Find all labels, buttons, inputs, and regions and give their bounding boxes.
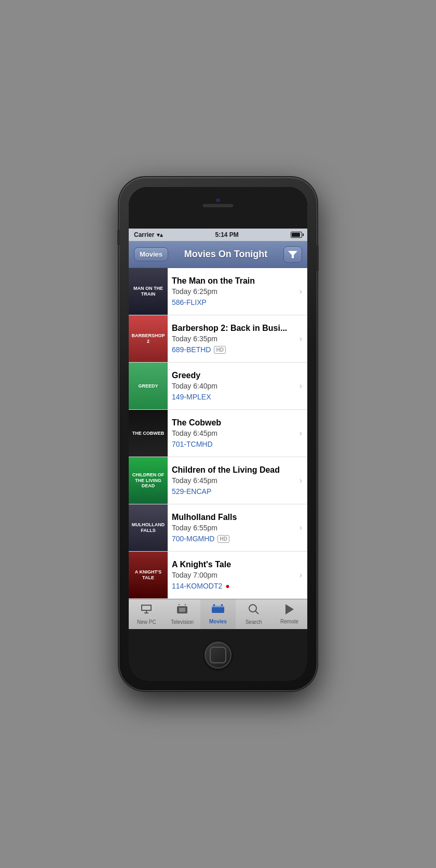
phone-screen: Carrier ▾▴ 5:14 PM Movies Movies On Toni…	[129, 187, 307, 681]
movie-poster: A KNIGHT'S TALE	[129, 552, 168, 598]
movie-item[interactable]: GREEDY Greedy Today 6:40pm 149-MPLEX ›	[129, 363, 307, 410]
movie-channel: 700-MGMHD	[172, 535, 214, 543]
movie-poster: BARBERSHOP 2	[129, 315, 168, 362]
chevron-area: ›	[294, 410, 307, 457]
movie-info: The Man on the Train Today 6:25pm 586-FL…	[168, 268, 294, 315]
svg-line-3	[185, 604, 186, 605]
movie-item[interactable]: BARBERSHOP 2 Barbershop 2: Back in Busi.…	[129, 315, 307, 363]
chevron-icon: ›	[299, 570, 302, 580]
movie-info: The Cobweb Today 6:45pm 701-TCMHD	[168, 410, 294, 457]
tab-newpc[interactable]: New PC	[129, 599, 165, 629]
status-right	[291, 232, 302, 238]
search-tab-label: Search	[246, 619, 262, 625]
newpc-tab-icon	[140, 604, 153, 618]
chevron-area: ›	[294, 504, 307, 551]
chevron-area: ›	[294, 315, 307, 362]
tab-search[interactable]: Search	[236, 599, 271, 629]
movies-tab-icon	[211, 604, 225, 617]
svg-rect-8	[221, 604, 223, 606]
back-button[interactable]: Movies	[134, 247, 168, 261]
top-bezel	[129, 187, 307, 229]
svg-point-9	[249, 605, 256, 612]
svg-rect-4	[179, 608, 185, 612]
svg-line-10	[255, 611, 258, 614]
television-tab-icon	[176, 604, 188, 618]
movie-channel: 586-FLIXP	[172, 298, 207, 306]
time-display: 5:14 PM	[215, 231, 239, 238]
tab-remote[interactable]: Remote	[271, 599, 307, 629]
poster-text: MULHOLLAND FALLS	[129, 520, 168, 536]
movie-meta: 700-MGMHD HD	[172, 535, 290, 543]
movie-info: Greedy Today 6:40pm 149-MPLEX	[168, 363, 294, 409]
movie-channel: 114-KOMODT2	[172, 582, 222, 590]
record-indicator: ●	[225, 582, 229, 590]
movie-title: A Knight's Tale	[172, 560, 290, 569]
movie-item[interactable]: CHILDREN OF THE LIVING DEAD Children of …	[129, 457, 307, 504]
poster-placeholder: CHILDREN OF THE LIVING DEAD	[129, 457, 168, 504]
poster-text: MAN ON THE TRAIN	[129, 284, 168, 299]
hd-badge: HD	[214, 346, 225, 354]
carrier-label: Carrier	[134, 231, 154, 238]
home-button[interactable]	[205, 642, 231, 669]
bottom-bezel	[129, 629, 307, 681]
movie-meta: 529-ENCAP	[172, 487, 290, 496]
movie-time: Today 7:00pm	[172, 571, 290, 579]
poster-text: CHILDREN OF THE LIVING DEAD	[129, 470, 168, 491]
movie-poster: THE COBWEB	[129, 410, 168, 457]
remote-tab-label: Remote	[280, 619, 298, 624]
poster-placeholder: BARBERSHOP 2	[129, 315, 168, 362]
screen-content: Carrier ▾▴ 5:14 PM Movies Movies On Toni…	[129, 229, 307, 629]
hd-badge: HD	[217, 535, 229, 543]
chevron-area: ›	[294, 552, 307, 598]
svg-line-2	[179, 604, 180, 605]
movie-meta: 149-MPLEX	[172, 393, 290, 401]
movie-meta: 114-KOMODT2 ●	[172, 582, 290, 590]
movie-meta: 586-FLIXP	[172, 298, 290, 306]
movie-item[interactable]: MAN ON THE TRAIN The Man on the Train To…	[129, 268, 307, 315]
tab-movies[interactable]: Movies	[200, 599, 236, 629]
filter-button[interactable]	[283, 246, 302, 263]
chevron-icon: ›	[299, 476, 302, 485]
movie-meta: 689-BETHD HD	[172, 345, 290, 354]
movie-channel: 689-BETHD	[172, 345, 211, 354]
movie-time: Today 6:55pm	[172, 524, 290, 532]
movie-info: Mulholland Falls Today 6:55pm 700-MGMHD …	[168, 504, 294, 551]
phone-frame: Carrier ▾▴ 5:14 PM Movies Movies On Toni…	[119, 178, 317, 690]
chevron-area: ›	[294, 363, 307, 409]
tab-bar: New PC Television Movies Search Remote	[129, 599, 307, 629]
poster-text: BARBERSHOP 2	[129, 331, 168, 346]
movie-meta: 701-TCMHD	[172, 440, 290, 448]
chevron-area: ›	[294, 457, 307, 504]
movie-item[interactable]: A KNIGHT'S TALE A Knight's Tale Today 7:…	[129, 552, 307, 599]
chevron-area: ›	[294, 268, 307, 315]
movie-time: Today 6:45pm	[172, 429, 290, 437]
movie-title: Greedy	[172, 371, 290, 380]
svg-marker-11	[285, 604, 294, 615]
chevron-icon: ›	[299, 429, 302, 438]
svg-marker-0	[288, 251, 297, 258]
movie-item[interactable]: MULHOLLAND FALLS Mulholland Falls Today …	[129, 504, 307, 552]
movie-info: A Knight's Tale Today 7:00pm 114-KOMODT2…	[168, 552, 294, 598]
nav-title: Movies On Tonight	[172, 249, 279, 260]
movie-time: Today 6:25pm	[172, 287, 290, 296]
chevron-icon: ›	[299, 523, 302, 532]
navigation-bar: Movies Movies On Tonight	[129, 241, 307, 268]
chevron-icon: ›	[299, 287, 302, 296]
chevron-icon: ›	[299, 381, 302, 391]
movie-title: The Man on the Train	[172, 276, 290, 286]
movie-item[interactable]: THE COBWEB The Cobweb Today 6:45pm 701-T…	[129, 410, 307, 457]
poster-placeholder: MAN ON THE TRAIN	[129, 268, 168, 315]
movie-channel: 149-MPLEX	[172, 393, 211, 401]
camera	[215, 197, 221, 203]
movie-title: Children of the Living Dead	[172, 465, 290, 475]
movie-list: MAN ON THE TRAIN The Man on the Train To…	[129, 268, 307, 599]
movie-time: Today 6:45pm	[172, 476, 290, 485]
battery-indicator	[291, 232, 302, 238]
poster-text: THE COBWEB	[130, 429, 167, 438]
movie-title: Barbershop 2: Back in Busi...	[172, 324, 290, 333]
svg-rect-7	[213, 604, 215, 606]
newpc-tab-label: New PC	[137, 619, 156, 625]
tab-television[interactable]: Television	[165, 599, 200, 629]
poster-placeholder: A KNIGHT'S TALE	[129, 552, 168, 598]
television-tab-label: Television	[171, 619, 194, 625]
